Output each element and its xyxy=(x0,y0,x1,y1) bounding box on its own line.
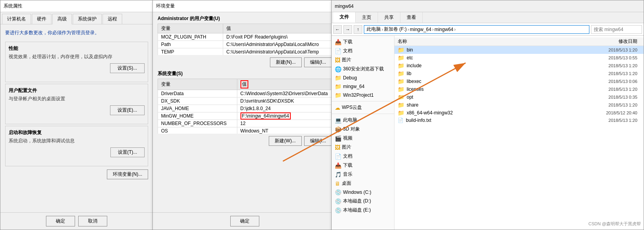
path-part-mingw64: mingw_64 xyxy=(410,27,431,32)
sidebar-item-图片[interactable]: 🖼图片 xyxy=(332,55,394,64)
sidebar-folder-icon: 💿 xyxy=(335,207,341,213)
env-ok-button[interactable]: 确定 xyxy=(230,216,259,226)
cancel-button[interactable]: 取消 xyxy=(78,216,107,226)
sidebar-item-下载[interactable]: 📥下载 xyxy=(332,37,394,46)
file-date: 2018/5/13 1:20 xyxy=(589,48,640,52)
sidebar-item-视频[interactable]: 🎬视频 xyxy=(332,134,394,143)
sidebar-label: 图片 xyxy=(342,57,351,63)
sys-vars-table-container: 变量 值 DriverDataC:\Windows\System32\Drive… xyxy=(158,79,332,134)
user-vars-label: Administrator 的用户变量(U) xyxy=(158,15,332,22)
sys-props-content: 要进行大多数更改，你必须作为管理员登录。 性能 视觉效果，处理器计划，内存使用，… xyxy=(0,24,153,184)
sys-var-name: MinGW_HOME xyxy=(158,112,237,120)
user-var-row[interactable]: MOZ_PLUGIN_PATHD:\Foxit PDF Reader\plugi… xyxy=(158,33,332,41)
explorer-addressbar: ← → ↑ 此电脑 › 新加卷 (F:) › mingw_64 › mingw6… xyxy=(332,23,644,36)
sidebar-item-文档[interactable]: 📄文档 xyxy=(332,152,394,161)
file-row[interactable]: 📁bin2018/5/13 1:20 xyxy=(394,46,644,54)
user-profile-settings-button[interactable]: 设置(E)... xyxy=(110,105,145,115)
sidebar-item-3D对象[interactable]: 📦3D 对象 xyxy=(332,125,394,134)
search-input[interactable] xyxy=(591,25,642,34)
folder-icon: 📁 xyxy=(398,63,404,69)
file-date: 2018/5/13 1:20 xyxy=(589,118,640,123)
sidebar-item-Debug[interactable]: 📁Debug xyxy=(332,74,394,82)
file-row[interactable]: 📁lib2018/5/13 1:20 xyxy=(394,70,644,77)
sidebar-divider xyxy=(332,101,394,101)
ok-button[interactable]: 确定 xyxy=(46,216,75,226)
explorer-tab-share[interactable]: 共享 xyxy=(378,12,400,23)
sidebar-item-图片[interactable]: 🖼图片 xyxy=(332,143,394,152)
up-button[interactable]: ↑ xyxy=(354,25,362,34)
address-path[interactable]: 此电脑 › 新加卷 (F:) › mingw_64 › mingw64 › xyxy=(364,25,589,34)
sys-var-name: DriverData xyxy=(158,90,237,98)
file-name: build-info.txt xyxy=(406,118,589,123)
sidebar-label: 文档 xyxy=(343,153,352,160)
sidebar-label: 本地磁盘 (E:) xyxy=(343,207,371,213)
sys-var-row[interactable]: JAVA_HOMED:\jdk1.8.0_24 xyxy=(158,105,332,112)
file-row[interactable]: 📁share2018/5/13 1:20 xyxy=(394,101,644,109)
sidebar-folder-icon: 📄 xyxy=(335,48,341,54)
sidebar-folder-icon: 🖥 xyxy=(335,180,340,187)
startup-settings-button[interactable]: 设置(T)... xyxy=(110,147,145,157)
user-edit-button[interactable]: 编辑(I... xyxy=(304,57,332,67)
sys-var-row[interactable]: MinGW_HOMEF:\mingw_64\mingw64 xyxy=(158,112,332,120)
sidebar-label: Windows (C:) xyxy=(343,190,371,195)
tab-sys-protect[interactable]: 系统保护 xyxy=(73,14,102,24)
explorer-tab-view[interactable]: 查看 xyxy=(400,12,423,23)
sidebar-item-Win32Project1[interactable]: 📁Win32Project1 xyxy=(332,91,394,99)
user-col-val: 值 xyxy=(223,24,332,33)
sys-edit-button[interactable]: 编辑(I... xyxy=(304,136,332,146)
sys-var-value: 12 xyxy=(237,120,332,127)
env-vars-titlebar: 环境变量 xyxy=(153,0,337,12)
tab-advanced[interactable]: 高级 xyxy=(52,14,72,24)
folder-icon: 📁 xyxy=(398,102,404,108)
sidebar-label: 视频 xyxy=(343,135,352,142)
forward-button[interactable]: → xyxy=(343,25,352,34)
sidebar-item-Windows(C:)[interactable]: 💿Windows (C:) xyxy=(332,188,394,197)
sidebar-label: 本地磁盘 (D:) xyxy=(343,198,371,204)
back-button[interactable]: ← xyxy=(333,25,342,34)
file-row[interactable]: 📁etc2018/5/13 0:55 xyxy=(394,54,644,62)
file-date: 2018/5/13 1:20 xyxy=(589,63,640,68)
user-var-name: MOZ_PLUGIN_PATH xyxy=(158,33,223,41)
user-var-row[interactable]: PathC:\Users\Administrator\AppData\Local… xyxy=(158,41,332,48)
file-row[interactable]: 📁x86_64-w64-mingw322018/5/12 20:40 xyxy=(394,109,644,117)
file-row[interactable]: 📄build-info.txt2018/5/13 1:20 xyxy=(394,117,644,124)
file-row[interactable]: 📁include2018/5/13 1:20 xyxy=(394,62,644,70)
folder-icon: 📁 xyxy=(398,78,404,85)
sys-var-value: D:\svn\trunk\SDK\DXSDK xyxy=(237,98,332,105)
file-row[interactable]: 📁opt2018/5/13 0:35 xyxy=(394,93,644,101)
sys-col-val: 值 xyxy=(237,79,332,90)
sidebar-item-此电脑[interactable]: 💻此电脑 xyxy=(332,116,394,125)
sys-props-titlebar: 系统属性 xyxy=(0,0,153,12)
env-vars-button[interactable]: 环境变量(N)... xyxy=(107,169,148,179)
sys-var-value: C:\Windows\System32\Drivers\DriverData xyxy=(237,90,332,98)
file-icon: 📄 xyxy=(398,118,404,123)
sys-new-button[interactable]: 新建(W)... xyxy=(269,136,301,146)
explorer-tab-file[interactable]: 文件 xyxy=(333,12,356,23)
file-row[interactable]: 📁libexec2018/5/13 0:06 xyxy=(394,77,644,85)
sidebar-item-下载[interactable]: 📥下载 xyxy=(332,161,394,170)
explorer-tab-home[interactable]: 主页 xyxy=(356,12,378,23)
sidebar-item-音乐[interactable]: 🎵音乐 xyxy=(332,170,394,179)
sidebar-item-本地磁盘(E:)[interactable]: 💿本地磁盘 (E:) xyxy=(332,206,394,215)
user-new-button[interactable]: 新建(N)... xyxy=(270,57,302,67)
tab-remote[interactable]: 远程 xyxy=(103,14,122,24)
sidebar-item-WPS云盘[interactable]: ☁WPS云盘 xyxy=(332,103,394,112)
sys-var-value: Windows_NT xyxy=(237,127,332,134)
tab-computer-name[interactable]: 计算机名 xyxy=(2,14,31,24)
sys-var-row[interactable]: DriverDataC:\Windows\System32\Drivers\Dr… xyxy=(158,90,332,98)
sidebar-item-360安全浏览器下载[interactable]: 🌐360安全浏览器下载 xyxy=(332,64,394,74)
sys-var-row[interactable]: NUMBER_OF_PROCESSORS12 xyxy=(158,120,332,127)
perf-settings-button[interactable]: 设置(S)... xyxy=(110,63,145,73)
sys-var-row[interactable]: OSWindows_NT xyxy=(158,127,332,134)
sidebar-item-文档[interactable]: 📄文档 xyxy=(332,46,394,55)
file-row[interactable]: 📁licenses2018/5/13 1:20 xyxy=(394,85,644,93)
user-var-row[interactable]: TEMPC:\Users\Administrator\AppData\Local… xyxy=(158,48,332,55)
tab-hardware[interactable]: 硬件 xyxy=(32,14,51,24)
explorer-tabs: 文件 主页 共享 查看 xyxy=(332,12,644,23)
sidebar-item-桌面[interactable]: 🖥桌面 xyxy=(332,179,394,188)
sys-var-row[interactable]: DX_SDKD:\svn\trunk\SDK\DXSDK xyxy=(158,98,332,105)
perf-title: 性能 xyxy=(9,45,145,52)
sidebar-item-本地磁盘(D:)[interactable]: 💿本地磁盘 (D:) xyxy=(332,197,394,206)
sidebar-item-mingw_64[interactable]: 📁mingw_64 xyxy=(332,82,394,91)
sidebar-divider xyxy=(332,114,394,114)
